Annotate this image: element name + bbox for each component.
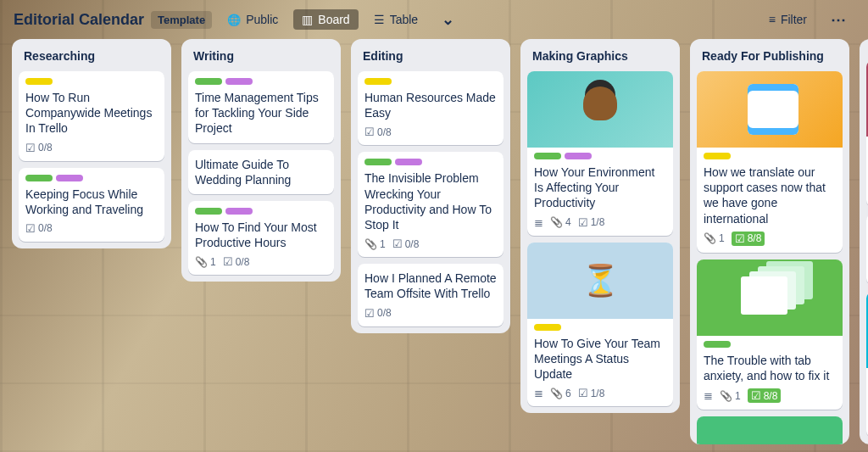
card[interactable]: The Invisible Problem Wrecking Your Prod… (358, 152, 504, 257)
card[interactable]: How Your Environment Is Affecting Your P… (527, 71, 673, 236)
card-badges: 61/8 (534, 387, 666, 399)
card[interactable]: How we translate our support cases now t… (697, 71, 843, 253)
template-badge[interactable]: Template (151, 11, 212, 29)
card-labels (534, 324, 666, 331)
card-title: How we translate our support cases now t… (704, 165, 836, 226)
attachment-badge: 6 (550, 388, 571, 399)
list[interactable]: Ready For PublishingHow we translate our… (690, 39, 849, 444)
card-labels (534, 153, 666, 159)
card-title: The Trouble with tab anxiety, and how to… (704, 353, 836, 383)
card-title: How I Planned A Remote Team Offsite With… (364, 271, 497, 301)
attachment-count: 1 (380, 238, 386, 250)
yellow-label-icon[interactable] (534, 324, 561, 331)
card-labels (704, 341, 836, 348)
board-menu-button[interactable] (822, 7, 854, 32)
view-board-button[interactable]: Board (293, 9, 358, 30)
checklist-badge: 0/8 (364, 126, 392, 138)
board-canvas[interactable]: ResearchingHow To Run Companywide Meetin… (0, 39, 868, 452)
checklist-icon (578, 387, 588, 399)
checklist-icon (751, 389, 761, 402)
attachment-icon (720, 390, 732, 402)
green-label-icon[interactable] (25, 175, 53, 181)
card[interactable]: How To Find Your Most Productive Hours10… (188, 201, 334, 275)
filter-icon (769, 13, 776, 26)
filter-button[interactable]: Filter (760, 9, 815, 30)
list-title[interactable]: Researching (19, 46, 164, 64)
card[interactable]: How I Planned A Remote Team Offsite With… (358, 264, 504, 326)
purple-label-icon[interactable] (565, 153, 592, 159)
attachment-count: 4 (565, 216, 571, 228)
card-badges: 0/8 (25, 142, 158, 154)
attachment-count: 1 (210, 256, 216, 268)
green-label-icon[interactable] (195, 208, 222, 215)
yellow-label-icon[interactable] (25, 78, 53, 85)
checklist-badge: 0/8 (25, 142, 53, 154)
view-table-label: Table (390, 13, 418, 26)
card[interactable]: How To Get To Inbox Zero (697, 416, 843, 444)
checklist-badge-complete: 8/8 (748, 388, 782, 403)
list[interactable]: ResearchingHow To Run Companywide Meetin… (12, 39, 171, 248)
checklist-badge: 0/8 (223, 255, 250, 268)
list[interactable]: WritingTime Management Tips for Tackling… (181, 39, 341, 282)
description-badge (534, 216, 543, 229)
list[interactable]: EditingHuman Resources Made Easy0/8The I… (351, 39, 510, 333)
card[interactable]: Ultimate Guide To Wedding Planning (188, 150, 334, 194)
list-title[interactable]: Ready For Publishing (697, 46, 843, 64)
view-table-button[interactable]: Table (365, 9, 426, 30)
list-title[interactable]: Writing (188, 46, 334, 64)
visibility-button[interactable]: Public (219, 9, 287, 30)
checklist-icon (392, 237, 403, 250)
attachment-icon (704, 232, 716, 244)
card-title: How To Give Your Team Meetings A Status … (534, 336, 666, 382)
card-badges: 0/8 (364, 126, 497, 138)
card[interactable]: How To Run Companywide Meetings In Trell… (19, 71, 164, 161)
green-label-icon[interactable] (195, 78, 222, 85)
description-icon (534, 387, 543, 399)
list-title[interactable]: Making Graphics (527, 46, 673, 64)
card-badges: 0/8 (25, 222, 158, 235)
card-badges: 0/8 (364, 307, 497, 320)
list[interactable]: PublishedDon't Do18 OctCreating4 MayMana… (860, 39, 868, 444)
filter-label: Filter (781, 13, 807, 26)
card-title: How To Run Companywide Meetings In Trell… (25, 90, 158, 137)
card-labels (25, 78, 158, 85)
checklist-count: 0/8 (377, 307, 392, 319)
attachment-icon (550, 388, 563, 399)
purple-label-icon[interactable] (56, 175, 83, 181)
checklist-badge: 0/8 (364, 307, 392, 320)
checklist-badge: 1/8 (578, 387, 605, 399)
yellow-label-icon[interactable] (704, 153, 731, 159)
checklist-badge: 0/8 (25, 222, 53, 235)
checklist-count: 0/8 (38, 142, 53, 153)
card[interactable]: The Trouble with tab anxiety, and how to… (697, 259, 843, 410)
green-label-icon[interactable] (704, 341, 731, 348)
list[interactable]: Making GraphicsHow Your Environment Is A… (520, 39, 680, 413)
card-badges: 41/8 (534, 216, 666, 229)
checklist-count: 1/8 (591, 388, 605, 399)
card[interactable]: Human Resources Made Easy0/8 (358, 71, 504, 145)
card[interactable]: How To Give Your Team Meetings A Status … (527, 243, 673, 407)
green-label-icon[interactable] (364, 159, 392, 165)
checklist-badge: 1/8 (578, 216, 605, 229)
card[interactable]: Time Management Tips for Tackling Your S… (188, 71, 334, 143)
card-title: Ultimate Guide To Wedding Planning (195, 157, 327, 187)
list-title[interactable]: Editing (358, 46, 504, 64)
green-label-icon[interactable] (534, 153, 561, 159)
checklist-icon (364, 307, 375, 320)
attachment-count: 1 (735, 390, 741, 402)
description-badge (704, 389, 713, 402)
checklist-count: 0/8 (377, 126, 392, 138)
view-board-label: Board (318, 13, 349, 26)
purple-label-icon[interactable] (395, 159, 422, 165)
board-icon (302, 13, 313, 26)
card-title: The Invisible Problem Wrecking Your Prod… (364, 170, 497, 232)
view-switcher-more[interactable] (433, 7, 463, 32)
purple-label-icon[interactable] (225, 78, 253, 85)
checklist-count: 8/8 (748, 232, 762, 244)
card-cover (697, 71, 843, 148)
purple-label-icon[interactable] (225, 208, 253, 215)
yellow-label-icon[interactable] (364, 78, 392, 85)
board-name[interactable]: Editorial Calendar (14, 11, 144, 29)
description-icon (534, 216, 543, 229)
card[interactable]: Keeping Focus While Working and Travelin… (19, 168, 164, 242)
